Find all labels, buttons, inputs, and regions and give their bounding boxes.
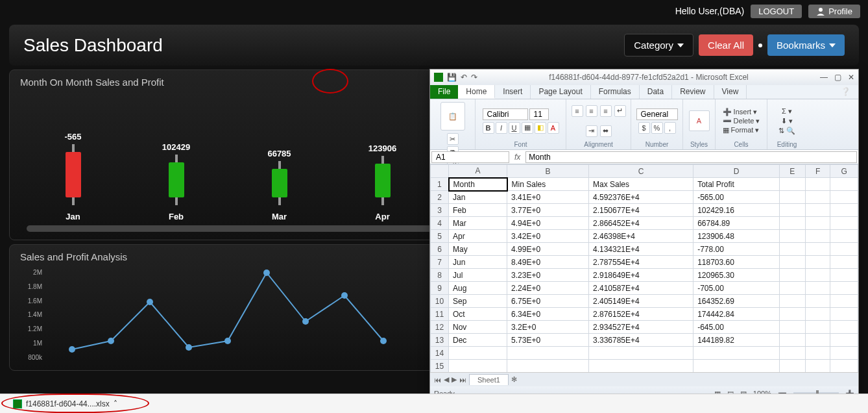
cell-G11[interactable]: [830, 308, 858, 321]
cell-C5[interactable]: 2.46398E+4: [588, 230, 693, 243]
cell-G7[interactable]: [830, 256, 858, 269]
cell-A10[interactable]: Sep: [449, 295, 507, 308]
clear-all-button[interactable]: Clear All: [699, 34, 753, 56]
cell-G14[interactable]: [830, 347, 858, 360]
tab-insert[interactable]: Insert: [495, 85, 531, 99]
cell-G6[interactable]: [830, 243, 858, 256]
row-header-6[interactable]: 6: [431, 243, 449, 256]
cell-B11[interactable]: 6.34E+0: [507, 308, 589, 321]
cell-G13[interactable]: [830, 334, 858, 347]
cell-D2[interactable]: -565.00: [693, 191, 780, 204]
cell-C12[interactable]: 2.934527E+4: [588, 321, 693, 334]
cell-C11[interactable]: 2.876152E+4: [588, 308, 693, 321]
cell-B5[interactable]: 3.42E+0: [507, 230, 589, 243]
cell-A15[interactable]: [449, 360, 507, 373]
align-left-icon[interactable]: ≡: [572, 105, 583, 117]
cell-A12[interactable]: Nov: [449, 321, 507, 334]
cell-B3[interactable]: 3.77E+0: [507, 204, 589, 217]
cell-E15[interactable]: [779, 360, 805, 373]
row-header-14[interactable]: 14: [431, 347, 449, 360]
cell-A9[interactable]: Aug: [449, 282, 507, 295]
cell-C9[interactable]: 2.410587E+4: [588, 282, 693, 295]
cell-D13[interactable]: 144189.82: [693, 334, 780, 347]
cell-F3[interactable]: [805, 204, 830, 217]
cell-G10[interactable]: [830, 295, 858, 308]
category-dropdown[interactable]: Category: [624, 34, 693, 56]
excel-titlebar[interactable]: 💾 ↶ ↷ f146881f-d604-44dd-8977-fe1cfd52a2…: [430, 69, 858, 85]
cell-E1[interactable]: [779, 178, 805, 191]
cell-G2[interactable]: [830, 191, 858, 204]
cell-E9[interactable]: [779, 282, 805, 295]
cell-D15[interactable]: [693, 360, 780, 373]
cell-B2[interactable]: 3.41E+0: [507, 191, 589, 204]
row-header-7[interactable]: 7: [431, 256, 449, 269]
bold-icon[interactable]: B: [483, 122, 494, 134]
cell-E13[interactable]: [779, 334, 805, 347]
font-size-select[interactable]: [529, 108, 549, 120]
cell-B12[interactable]: 3.2E+0: [507, 321, 589, 334]
cell-F8[interactable]: [805, 269, 830, 282]
close-icon[interactable]: ✕: [848, 73, 854, 82]
tab-page-layout[interactable]: Page Layout: [531, 85, 590, 99]
fill-icon[interactable]: ⬇ ▾: [781, 117, 793, 125]
italic-icon[interactable]: I: [496, 122, 507, 134]
row-header-8[interactable]: 8: [431, 269, 449, 282]
cell-F7[interactable]: [805, 256, 830, 269]
cell-F14[interactable]: [805, 347, 830, 360]
tab-nav-first[interactable]: ⏮: [434, 376, 441, 384]
font-name-select[interactable]: [483, 108, 528, 120]
tab-formulas[interactable]: Formulas: [591, 85, 640, 99]
cell-D12[interactable]: -645.00: [693, 321, 780, 334]
cell-F13[interactable]: [805, 334, 830, 347]
tab-nav-next[interactable]: ▶: [452, 375, 457, 384]
cell-E12[interactable]: [779, 321, 805, 334]
help-icon[interactable]: ❔: [833, 85, 858, 99]
cell-D5[interactable]: 123906.48: [693, 230, 780, 243]
qat-redo-icon[interactable]: ↷: [471, 73, 477, 82]
new-sheet-icon[interactable]: ✻: [511, 375, 517, 384]
fill-color-icon[interactable]: ◧: [535, 122, 546, 134]
formula-input[interactable]: [525, 151, 857, 163]
select-all-cell[interactable]: [431, 165, 449, 178]
col-header-E[interactable]: E: [779, 165, 805, 178]
row-header-3[interactable]: 3: [431, 204, 449, 217]
cell-A5[interactable]: Apr: [449, 230, 507, 243]
cell-F12[interactable]: [805, 321, 830, 334]
cell-G3[interactable]: [830, 204, 858, 217]
cell-A3[interactable]: Feb: [449, 204, 507, 217]
cell-E5[interactable]: [779, 230, 805, 243]
cell-F6[interactable]: [805, 243, 830, 256]
border-icon[interactable]: ▦: [522, 122, 533, 134]
qat-save-icon[interactable]: 💾: [447, 73, 457, 82]
row-header-11[interactable]: 11: [431, 308, 449, 321]
cell-B4[interactable]: 4.94E+0: [507, 217, 589, 230]
cell-B15[interactable]: [507, 360, 589, 373]
cell-E2[interactable]: [779, 191, 805, 204]
align-right-icon[interactable]: ≡: [600, 105, 612, 117]
wrap-text-icon[interactable]: ↵: [614, 105, 626, 117]
cells-format-button[interactable]: ▦ Format ▾: [723, 126, 760, 134]
col-header-B[interactable]: B: [507, 165, 589, 178]
cell-A2[interactable]: Jan: [449, 191, 507, 204]
cells-delete-button[interactable]: ➖ Delete ▾: [723, 117, 760, 125]
cell-B7[interactable]: 8.49E+0: [507, 256, 589, 269]
currency-icon[interactable]: $: [638, 122, 650, 134]
tab-nav-last[interactable]: ⏭: [459, 376, 466, 384]
maximize-icon[interactable]: ▢: [834, 73, 841, 82]
tab-nav-prev[interactable]: ◀: [444, 375, 449, 384]
paste-button[interactable]: 📋: [440, 102, 465, 131]
cell-G5[interactable]: [830, 230, 858, 243]
cell-E14[interactable]: [779, 347, 805, 360]
cell-B6[interactable]: 4.99E+0: [507, 243, 589, 256]
cell-C4[interactable]: 2.866452E+4: [588, 217, 693, 230]
font-color-icon[interactable]: A: [548, 122, 559, 134]
cut-icon[interactable]: ✂: [447, 133, 459, 145]
row-header-4[interactable]: 4: [431, 217, 449, 230]
bookmarks-dropdown[interactable]: Bookmarks: [767, 34, 845, 56]
cell-E7[interactable]: [779, 256, 805, 269]
underline-icon[interactable]: U: [509, 122, 520, 134]
cell-D11[interactable]: 174442.84: [693, 308, 780, 321]
cell-G12[interactable]: [830, 321, 858, 334]
tab-review[interactable]: Review: [672, 85, 714, 99]
row-header-15[interactable]: 15: [431, 360, 449, 373]
